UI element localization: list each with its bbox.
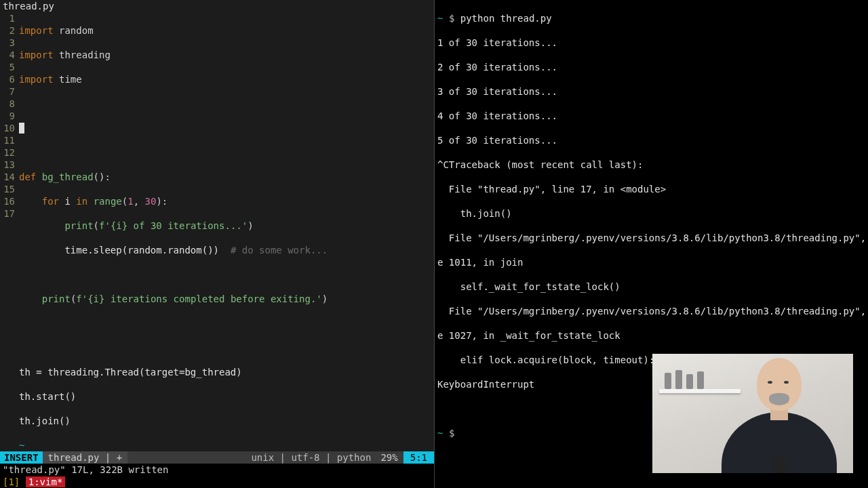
terminal-line: 2 of 30 iterations... bbox=[437, 61, 865, 73]
tmux-session: [1] bbox=[3, 476, 20, 487]
editor-body[interactable]: 1 2 3 4 5 6 7 8 9 10 11 12 13 14 15 16 1… bbox=[0, 12, 434, 451]
editor-pane[interactable]: thread.py 1 2 3 4 5 6 7 8 9 10 11 12 13 … bbox=[0, 0, 434, 488]
traceback-line: self._wait_for_tstate_lock() bbox=[437, 281, 865, 293]
vim-message-line: "thread.py" 17L, 322B written bbox=[0, 464, 434, 476]
tmux-statusline: [1] 1:vim* bbox=[0, 476, 434, 488]
terminal-line: 3 of 30 iterations... bbox=[437, 85, 865, 98]
traceback-line: ^CTraceback (most recent call last): bbox=[437, 159, 865, 171]
vim-mode-indicator: INSERT bbox=[0, 451, 43, 464]
traceback-line: e 1011, in join bbox=[437, 256, 865, 268]
traceback-line: th.join() bbox=[437, 207, 865, 220]
traceback-line: File "thread.py", line 17, in <module> bbox=[437, 183, 865, 195]
statusline-percent: 29% bbox=[375, 451, 403, 464]
terminal-command: python thread.py bbox=[460, 13, 552, 24]
traceback-line: e 1027, in _wait_for_tstate_lock bbox=[437, 329, 865, 342]
terminal-line: 1 of 30 iterations... bbox=[437, 37, 865, 49]
traceback-line: File "/Users/mgrinberg/.pyenv/versions/3… bbox=[437, 305, 865, 317]
terminal-line: 5 of 30 iterations... bbox=[437, 134, 865, 146]
terminal-line: 4 of 30 iterations... bbox=[437, 110, 865, 122]
tmux-window[interactable]: 1:vim* bbox=[26, 476, 66, 487]
editor-filename: thread.py bbox=[0, 0, 434, 12]
text-cursor bbox=[19, 123, 24, 134]
traceback-line: File "/Users/mgrinberg/.pyenv/versions/3… bbox=[437, 232, 865, 244]
terminal-pane[interactable]: ~ $ python thread.py 1 of 30 iterations.… bbox=[434, 0, 868, 488]
code-area[interactable]: import random import threading import ti… bbox=[19, 12, 434, 451]
statusline-filename: thread.py | + bbox=[43, 451, 128, 464]
statusline-position: 5:1 bbox=[403, 451, 434, 464]
prompt-tilde: ~ bbox=[437, 13, 443, 24]
vim-statusline: INSERT thread.py | + unix | utf-8 | pyth… bbox=[0, 451, 434, 464]
line-number-gutter: 1 2 3 4 5 6 7 8 9 10 11 12 13 14 15 16 1… bbox=[0, 12, 19, 451]
prompt-dollar: $ bbox=[449, 13, 454, 24]
webcam-overlay bbox=[652, 354, 853, 473]
statusline-fileinfo: unix | utf-8 | python bbox=[247, 451, 375, 464]
